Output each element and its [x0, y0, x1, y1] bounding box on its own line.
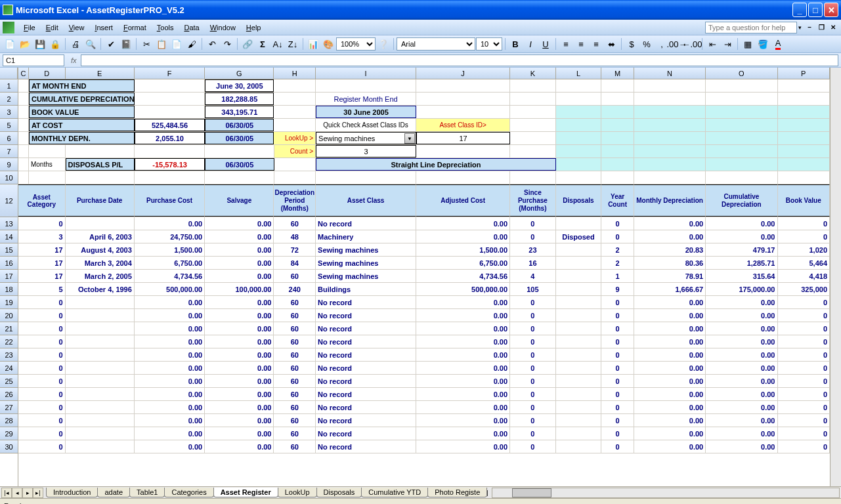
row-header-13[interactable]: 13 [0, 217, 18, 230]
menu-window[interactable]: Window [205, 22, 241, 33]
tab-first-button[interactable]: |◂ [1, 488, 12, 498]
align-center-button[interactable]: ≡ [574, 37, 588, 51]
cell-md[interactable]: 0.00 [634, 362, 706, 374]
cell-md[interactable]: 0.00 [634, 322, 706, 335]
increase-indent-button[interactable]: ⇥ [720, 37, 735, 51]
cell[interactable] [778, 119, 830, 131]
cell-pc[interactable]: 0.00 [135, 414, 205, 427]
cell[interactable] [510, 106, 556, 118]
cell-pc[interactable]: 1,500.00 [135, 243, 205, 256]
cell-disp[interactable] [556, 375, 602, 387]
cell-disp[interactable] [556, 414, 602, 427]
cell-yc[interactable]: 2 [601, 257, 634, 269]
cell-sp[interactable]: 0 [510, 217, 556, 230]
cell-cd[interactable]: 315.64 [706, 270, 777, 282]
row-header-18[interactable]: 18 [0, 283, 18, 296]
cell[interactable] [416, 79, 510, 92]
cell-sal[interactable]: 0.00 [205, 440, 274, 453]
cell-cls[interactable]: No record [316, 414, 416, 427]
row-header-3[interactable]: 3 [0, 106, 18, 119]
cell-pc[interactable]: 0.00 [135, 348, 205, 361]
cell-sal[interactable]: 0.00 [205, 217, 274, 230]
cell-sal[interactable]: 100,000.00 [205, 283, 274, 295]
cell-md[interactable]: 78.91 [634, 270, 706, 282]
bold-button[interactable]: B [508, 37, 523, 51]
at-cost-value[interactable]: 525,484.56 [135, 119, 205, 131]
cell-pd[interactable] [66, 375, 135, 387]
cell[interactable] [634, 171, 706, 184]
cell-cat[interactable]: 0 [18, 296, 66, 308]
cell[interactable] [18, 106, 29, 118]
cell[interactable] [556, 79, 602, 92]
cell-ac[interactable]: 0.00 [416, 440, 510, 453]
row-header-15[interactable]: 15 [0, 243, 18, 257]
merge-center-button[interactable]: ⬌ [604, 37, 618, 51]
cell[interactable] [18, 145, 29, 158]
cell-dp[interactable]: 48 [274, 230, 316, 243]
cell-dp[interactable]: 60 [274, 362, 316, 374]
zoom-combo[interactable]: 100% [336, 37, 376, 51]
cell[interactable] [416, 171, 510, 184]
row-header-2[interactable]: 2 [0, 93, 18, 106]
cell-bv[interactable]: 325,000 [778, 283, 830, 295]
cell-pc[interactable]: 6,750.00 [135, 257, 205, 269]
cell-sal[interactable]: 0.00 [205, 309, 274, 322]
lookup-dropdown[interactable]: Sewing machines▼ [316, 132, 416, 144]
cell-pd[interactable] [66, 427, 135, 440]
cell-yc[interactable]: 0 [601, 401, 634, 413]
fx-icon[interactable]: fx [71, 56, 77, 64]
cell[interactable] [274, 106, 316, 118]
cell[interactable] [601, 171, 634, 184]
cell-yc[interactable]: 0 [601, 375, 634, 387]
row-header-16[interactable]: 16 [0, 257, 18, 270]
row-header-26[interactable]: 26 [0, 388, 18, 401]
cell[interactable] [778, 171, 830, 184]
tab-prev-button[interactable]: ◂ [12, 488, 22, 498]
cell-cd[interactable]: 1,285.71 [706, 257, 777, 269]
row-header-7[interactable]: 7 [0, 145, 18, 158]
cell-dp[interactable]: 60 [274, 440, 316, 453]
cell-yc[interactable]: 0 [601, 309, 634, 322]
cell[interactable] [556, 132, 602, 144]
minimize-button[interactable]: _ [792, 3, 807, 17]
cell-cat[interactable]: 17 [18, 243, 66, 256]
cell-pc[interactable]: 0.00 [135, 309, 205, 322]
cell[interactable] [66, 171, 135, 184]
cell-sal[interactable]: 0.00 [205, 414, 274, 427]
col-3[interactable]: Salvage [205, 184, 274, 217]
months-label[interactable]: Months [29, 158, 66, 171]
row-header-6[interactable]: 6 [0, 132, 18, 145]
italic-button[interactable]: I [523, 37, 538, 51]
cell-sp[interactable]: 23 [510, 243, 556, 256]
cell-yc[interactable]: 0 [601, 335, 634, 348]
cell-dp[interactable]: 60 [274, 296, 316, 308]
cell-disp[interactable]: Disposed [556, 230, 602, 243]
cell-bv[interactable]: 0 [778, 362, 830, 374]
row-header-21[interactable]: 21 [0, 322, 18, 335]
col-header-E[interactable]: E [66, 68, 135, 79]
cell-cls[interactable]: No record [316, 335, 416, 348]
font-size-combo[interactable]: 10 [476, 37, 502, 51]
cell-cls[interactable]: No record [316, 309, 416, 322]
chart-button[interactable]: 📊 [306, 37, 320, 51]
cell[interactable] [634, 106, 706, 118]
cell[interactable] [66, 145, 135, 158]
spelling-button[interactable]: ✔ [104, 37, 118, 51]
cell[interactable] [274, 171, 316, 184]
row-header-25[interactable]: 25 [0, 375, 18, 388]
count-value[interactable]: 3 [316, 145, 416, 158]
cell-sal[interactable]: 0.00 [205, 257, 274, 269]
cum-dep-label[interactable]: CUMULATIVE DEPRECIATION [29, 93, 135, 105]
cell-bv[interactable]: 0 [778, 414, 830, 427]
cell-pd[interactable]: August 4, 2003 [66, 243, 135, 256]
cell[interactable] [510, 119, 556, 131]
col-header-C[interactable]: C [18, 68, 29, 79]
cell-pc[interactable]: 0.00 [135, 217, 205, 230]
cell-ac[interactable]: 0.00 [416, 296, 510, 308]
cell[interactable] [706, 79, 777, 92]
asset-class-id-value[interactable]: 17 [416, 132, 510, 144]
cell-sp[interactable]: 0 [510, 309, 556, 322]
cell-cd[interactable]: 0.00 [706, 427, 777, 440]
cell-dp[interactable]: 72 [274, 243, 316, 256]
cell[interactable] [135, 106, 205, 118]
